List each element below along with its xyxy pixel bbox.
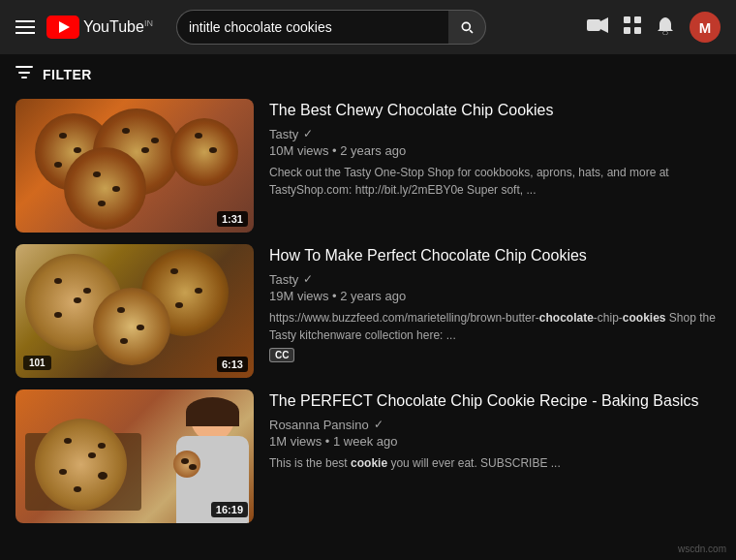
video-duration-3: 16:19 [211,502,248,517]
video-info-3: The PERFECT Chocolate Chip Cookie Recipe… [269,389,721,523]
channel-name-3: Rosanna Pansino [269,418,369,432]
view-count-2: 19M views [269,289,328,303]
svg-rect-11 [21,77,27,78]
youtube-logo-icon [46,16,79,39]
cookie-display-3 [25,404,141,511]
logo-text: YouTubeIN [83,18,153,36]
video-desc-1: Check out the Tasty One-Stop Shop for co… [269,164,721,199]
header-left: YouTubeIN [15,16,153,39]
svg-rect-5 [634,16,641,23]
filter-label: FILTER [43,67,92,82]
filter-bar: FILTER [0,54,736,95]
filter-icon [15,66,33,83]
video-desc-2: https://www.buzzfeed.com/marietelling/br… [269,309,721,344]
search-icon [459,19,475,35]
video-info-2: How To Make Perfect Chocolate Chip Cooki… [269,244,721,378]
grid-icon[interactable] [624,16,641,39]
video-meta-1: 10M views • 2 years ago [269,143,721,158]
view-count-1: 10M views [269,143,328,158]
video-list: 1:31 The Best Chewy Chocolate Chip Cooki… [0,95,736,552]
search-bar [176,10,486,45]
user-avatar[interactable]: M [690,12,721,43]
video-age-2: 2 years ago [340,289,406,303]
video-age-3: 1 week ago [333,434,398,449]
cc-badge-2: CC [269,348,294,362]
channel-row-3: Rosanna Pansino ✓ [269,418,721,432]
logo-country: IN [144,18,153,28]
video-item-3[interactable]: 16:19 The PERFECT Chocolate Chip Cookie … [15,389,721,523]
thumbnail-1: 1:31 [15,99,254,233]
thumbnail-2: 101 6:13 [15,244,254,378]
video-item-1[interactable]: 1:31 The Best Chewy Chocolate Chip Cooki… [15,99,721,233]
header-right: M [587,12,721,43]
svg-rect-6 [624,27,630,34]
video-age-1: 2 years ago [340,143,406,158]
channel-name-2: Tasty [269,272,298,287]
svg-rect-9 [15,66,33,68]
hamburger-menu-button[interactable] [15,20,35,34]
video-desc-3: This is the best cookie you will ever ea… [269,454,721,472]
watermark: wscdn.com [678,544,726,554]
channel-name-1: Tasty [269,127,298,141]
youtube-logo[interactable]: YouTubeIN [46,16,153,39]
video-title-3: The PERFECT Chocolate Chip Cookie Recipe… [269,391,721,412]
video-title-1: The Best Chewy Chocolate Chip Cookies [269,101,721,121]
view-count-3: 1M views [269,434,322,449]
svg-rect-10 [18,72,30,74]
video-title-2: How To Make Perfect Chocolate Chip Cooki… [269,246,721,266]
badge-101-2: 101 [23,356,51,370]
search-input[interactable] [176,10,449,45]
video-camera-icon[interactable] [587,17,608,38]
channel-row-1: Tasty ✓ [269,127,721,141]
video-item-2[interactable]: 101 6:13 How To Make Perfect Chocolate C… [15,244,721,378]
svg-point-8 [663,31,668,35]
video-info-1: The Best Chewy Chocolate Chip Cookies Ta… [269,99,721,233]
search-button[interactable] [448,10,485,45]
video-meta-3: 1M views • 1 week ago [269,434,721,449]
verified-check-icon-3: ✓ [374,418,383,431]
svg-rect-2 [587,19,600,31]
verified-check-icon-2: ✓ [303,272,313,286]
video-duration-1: 1:31 [217,211,248,227]
video-duration-2: 6:13 [217,357,248,372]
channel-row-2: Tasty ✓ [269,272,721,287]
verified-check-icon-1: ✓ [303,127,313,140]
header: YouTubeIN M [0,0,736,54]
notification-bell-icon[interactable] [657,16,674,40]
svg-rect-7 [634,27,641,34]
svg-marker-3 [600,17,608,33]
svg-rect-4 [624,16,630,23]
thumbnail-3: 16:19 [15,389,254,523]
video-meta-2: 19M views • 2 years ago [269,289,721,303]
